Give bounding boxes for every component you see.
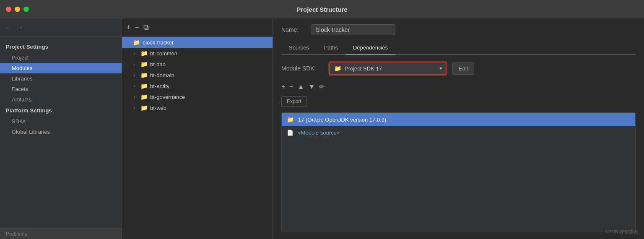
tree-item-bt-entity[interactable]: › 📁 bt-entity bbox=[122, 81, 273, 91]
export-col-label: Export bbox=[281, 96, 307, 107]
tabs-row: Sources Paths Dependencies bbox=[281, 41, 636, 55]
sidebar-item-global-libraries[interactable]: Global Libraries bbox=[0, 127, 122, 137]
sdk-dropdown-arrow: ▼ bbox=[439, 66, 443, 71]
chevron-icon: › bbox=[134, 73, 138, 78]
tree-item-label: bt-entity bbox=[150, 83, 169, 89]
dep-folder-icon: 📄 bbox=[287, 130, 293, 136]
module-toolbar: + − ⧉ bbox=[122, 18, 273, 37]
sdk-edit-button[interactable]: Edit bbox=[452, 62, 474, 75]
main-content: ← → Project Settings Project Modules Lib… bbox=[0, 18, 644, 239]
dep-folder-icon: 📁 bbox=[287, 116, 294, 123]
chevron-icon: › bbox=[134, 95, 138, 99]
folder-icon: 📁 bbox=[133, 39, 140, 46]
dep-item-module-source[interactable]: 📄 <Module source> bbox=[282, 126, 635, 139]
name-row: Name: block-tracker bbox=[281, 24, 636, 35]
tree-item-label: bt-web bbox=[150, 105, 166, 111]
sidebar-item-sdks[interactable]: SDKs bbox=[0, 116, 122, 127]
sidebar: ← → Project Settings Project Modules Lib… bbox=[0, 18, 122, 239]
dep-item-label: 17 (Oracle OpenJDK version 17.0.9) bbox=[298, 117, 386, 123]
tree-item-label: block-tracker bbox=[143, 39, 174, 46]
titlebar: Project Structure bbox=[0, 0, 644, 18]
chevron-icon: › bbox=[134, 51, 138, 56]
sidebar-content: Project Settings Project Modules Librari… bbox=[0, 37, 122, 228]
sidebar-item-artifacts[interactable]: Artifacts bbox=[0, 94, 122, 105]
folder-icon: 📁 bbox=[140, 61, 148, 68]
dep-move-up-button[interactable]: ▲ bbox=[298, 83, 304, 91]
tree-item-label: bt-dao bbox=[150, 61, 166, 68]
export-row: Export bbox=[281, 96, 636, 107]
chevron-icon: › bbox=[134, 84, 138, 88]
tab-dependencies[interactable]: Dependencies bbox=[345, 41, 395, 55]
tree-item-label: bt-domain bbox=[150, 72, 174, 78]
tree-item-label: bt-governance bbox=[150, 94, 185, 100]
close-button[interactable] bbox=[6, 7, 11, 12]
detail-body: Module SDK: 📁 Project SDK 17 ▼ Edit + − … bbox=[273, 55, 644, 239]
folder-icon: 📁 bbox=[140, 104, 148, 111]
dep-move-down-button[interactable]: ▼ bbox=[309, 83, 315, 91]
maximize-button[interactable] bbox=[23, 7, 29, 12]
dep-edit-button[interactable]: ✏ bbox=[319, 83, 325, 91]
detail-header: Name: block-tracker Sources Paths Depend… bbox=[273, 18, 644, 55]
dep-item-jdk[interactable]: 📁 17 (Oracle OpenJDK version 17.0.9) bbox=[282, 113, 635, 126]
folder-icon: 📁 bbox=[140, 94, 148, 100]
sidebar-status-text: Problems bbox=[6, 231, 27, 237]
name-value[interactable]: block-tracker bbox=[312, 24, 395, 35]
tree-item-bt-common[interactable]: › 📁 bt-common bbox=[122, 48, 273, 59]
sdk-select-value: Project SDK 17 bbox=[345, 65, 382, 72]
add-module-button[interactable]: + bbox=[126, 23, 131, 32]
name-label: Name: bbox=[281, 26, 306, 33]
sidebar-item-facets[interactable]: Facets bbox=[0, 84, 122, 94]
tree-item-bt-web[interactable]: › 📁 bt-web bbox=[122, 102, 273, 113]
nav-back[interactable]: ← bbox=[5, 24, 12, 31]
tree-item-bt-domain[interactable]: › 📁 bt-domain bbox=[122, 70, 273, 81]
sidebar-status: Problems bbox=[0, 228, 122, 239]
dep-toolbar: + − ▲ ▼ ✏ bbox=[281, 83, 636, 91]
sdk-select-wrapper: 📁 Project SDK 17 ▼ bbox=[329, 62, 447, 75]
dep-item-label: <Module source> bbox=[298, 130, 340, 136]
chevron-icon: › bbox=[134, 62, 138, 67]
sdk-select[interactable]: 📁 Project SDK 17 ▼ bbox=[329, 62, 447, 75]
tree-item-bt-dao[interactable]: › 📁 bt-dao bbox=[122, 59, 273, 70]
folder-icon: 📁 bbox=[140, 72, 148, 78]
sdk-row: Module SDK: 📁 Project SDK 17 ▼ Edit bbox=[281, 62, 636, 75]
window-title: Project Structure bbox=[296, 6, 348, 13]
module-tree: 📁 block-tracker › 📁 bt-common › 📁 bt-dao… bbox=[122, 37, 273, 239]
sidebar-item-libraries[interactable]: Libraries bbox=[0, 73, 122, 84]
sidebar-nav: ← → bbox=[0, 18, 122, 37]
chevron-icon: › bbox=[134, 106, 138, 110]
tree-item-label: bt-common bbox=[150, 50, 177, 57]
tab-sources[interactable]: Sources bbox=[281, 41, 317, 55]
project-settings-header: Project Settings bbox=[0, 41, 122, 52]
tree-item-bt-governance[interactable]: › 📁 bt-governance bbox=[122, 91, 273, 102]
tree-item-block-tracker[interactable]: 📁 block-tracker bbox=[122, 37, 273, 48]
tab-paths[interactable]: Paths bbox=[317, 41, 345, 55]
minimize-button[interactable] bbox=[15, 7, 20, 12]
traffic-lights bbox=[6, 7, 29, 12]
folder-icon: 📁 bbox=[140, 50, 148, 57]
sdk-label: Module SDK: bbox=[281, 65, 323, 72]
watermark: CSDN @鲲志说 bbox=[605, 229, 638, 235]
copy-module-button[interactable]: ⧉ bbox=[143, 23, 149, 32]
sidebar-item-project[interactable]: Project bbox=[0, 52, 122, 63]
folder-icon: 📁 bbox=[140, 83, 148, 89]
sdk-folder-icon: 📁 bbox=[334, 65, 341, 72]
module-panel: + − ⧉ 📁 block-tracker › 📁 bt-common › 📁 … bbox=[122, 18, 273, 239]
platform-settings-header: Platform Settings bbox=[0, 105, 122, 116]
dep-add-button[interactable]: + bbox=[281, 83, 285, 91]
dep-remove-button[interactable]: − bbox=[289, 83, 293, 91]
dependency-list: 📁 17 (Oracle OpenJDK version 17.0.9) 📄 <… bbox=[281, 112, 636, 232]
sidebar-item-modules[interactable]: Modules bbox=[0, 63, 122, 73]
detail-panel: Name: block-tracker Sources Paths Depend… bbox=[273, 18, 644, 239]
remove-module-button[interactable]: − bbox=[135, 23, 140, 32]
nav-forward[interactable]: → bbox=[17, 24, 23, 31]
